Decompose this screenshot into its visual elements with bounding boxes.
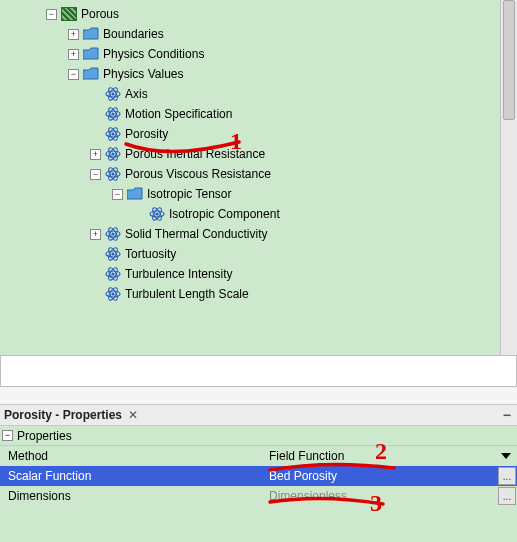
tree-node-tortuosity[interactable]: Tortuosity (0, 244, 517, 264)
properties-panel-header: Porosity - Properties ✕ − (0, 404, 517, 426)
svg-point-7 (111, 112, 114, 115)
expander-plus[interactable]: + (68, 29, 79, 40)
tree-label: Physics Conditions (103, 47, 204, 61)
browse-button[interactable]: ... (498, 487, 516, 505)
expander-plus[interactable]: + (68, 49, 79, 60)
close-icon[interactable]: ✕ (128, 408, 138, 422)
svg-point-11 (111, 132, 114, 135)
physics-icon (105, 286, 121, 302)
physics-icon (105, 106, 121, 122)
expander-minus[interactable]: − (90, 169, 101, 180)
folder-icon (127, 187, 143, 201)
scrollbar-thumb[interactable] (503, 0, 515, 120)
property-key: Dimensions (0, 486, 265, 506)
properties-panel-title: Porosity - Properties (4, 408, 122, 422)
properties-section-header[interactable]: − Properties (0, 426, 517, 446)
property-value-scalar[interactable]: Bed Porosity ... (265, 466, 517, 486)
svg-point-31 (111, 252, 114, 255)
svg-point-15 (111, 152, 114, 155)
folder-icon (83, 67, 99, 81)
physics-icon (105, 86, 121, 102)
panel-gap (0, 387, 517, 404)
property-value-dimensions[interactable]: Dimensionless ... (265, 486, 517, 506)
property-row-method[interactable]: Method Field Function (0, 446, 517, 466)
tree-node-physics-values[interactable]: − Physics Values (0, 64, 517, 84)
tree-label: Isotropic Component (169, 207, 280, 221)
property-value-method[interactable]: Field Function (265, 446, 517, 466)
tree-node-porous[interactable]: − Porous (0, 4, 517, 24)
physics-icon (149, 206, 165, 222)
tree-node-solid-thermal-conductivity[interactable]: + Solid Thermal Conductivity (0, 224, 517, 244)
physics-icon (105, 246, 121, 262)
svg-point-27 (111, 232, 114, 235)
expander-minus[interactable]: − (46, 9, 57, 20)
tree-node-turbulent-length-scale[interactable]: Turbulent Length Scale (0, 284, 517, 304)
tree-label: Tortuosity (125, 247, 176, 261)
tree-label: Turbulent Length Scale (125, 287, 249, 301)
tree-label: Turbulence Intensity (125, 267, 233, 281)
folder-icon (83, 47, 99, 61)
region-icon (61, 7, 77, 21)
tree-label: Solid Thermal Conductivity (125, 227, 268, 241)
tree-node-turbulence-intensity[interactable]: Turbulence Intensity (0, 264, 517, 284)
tree-label: Axis (125, 87, 148, 101)
property-row-dimensions[interactable]: Dimensions Dimensionless ... (0, 486, 517, 506)
section-collapse-icon[interactable]: − (2, 430, 13, 441)
svg-point-23 (155, 212, 158, 215)
properties-empty-area (0, 506, 517, 542)
tree-node-physics-conditions[interactable]: + Physics Conditions (0, 44, 517, 64)
tree-node-isotropic-tensor[interactable]: − Isotropic Tensor (0, 184, 517, 204)
tree-label: Boundaries (103, 27, 164, 41)
tree-label: Physics Values (103, 67, 183, 81)
dropdown-icon[interactable] (501, 453, 511, 459)
vertical-scrollbar[interactable] (500, 0, 517, 355)
svg-point-3 (111, 92, 114, 95)
tree-node-porous-inertial-resistance[interactable]: + Porous Inertial Resistance (0, 144, 517, 164)
browse-button[interactable]: ... (498, 467, 516, 485)
tree-node-boundaries[interactable]: + Boundaries (0, 24, 517, 44)
expander-plus[interactable]: + (90, 149, 101, 160)
physics-icon (105, 266, 121, 282)
property-key: Scalar Function (0, 466, 265, 486)
physics-icon (105, 226, 121, 242)
tree-node-porosity[interactable]: Porosity (0, 124, 517, 144)
physics-icon (105, 126, 121, 142)
expander-minus[interactable]: − (112, 189, 123, 200)
svg-point-19 (111, 172, 114, 175)
properties-body: − Properties Method Field Function Scala… (0, 426, 517, 542)
folder-icon (83, 27, 99, 41)
tree-node-isotropic-component[interactable]: Isotropic Component (0, 204, 517, 224)
tree-label: Porous (81, 7, 119, 21)
tree-label: Isotropic Tensor (147, 187, 232, 201)
tree-label: Motion Specification (125, 107, 232, 121)
object-tree-panel: − Porous + Boundaries + Physics Conditio… (0, 0, 517, 355)
tree-label: Porosity (125, 127, 168, 141)
tree-label: Porous Inertial Resistance (125, 147, 265, 161)
tree-content: − Porous + Boundaries + Physics Conditio… (0, 0, 517, 304)
tree-node-porous-viscous-resistance[interactable]: − Porous Viscous Resistance (0, 164, 517, 184)
expander-minus[interactable]: − (68, 69, 79, 80)
minimize-icon[interactable]: − (503, 407, 511, 423)
svg-point-39 (111, 292, 114, 295)
section-title: Properties (17, 429, 72, 443)
tree-node-motion-specification[interactable]: Motion Specification (0, 104, 517, 124)
physics-icon (105, 146, 121, 162)
tree-label: Porous Viscous Resistance (125, 167, 271, 181)
property-row-scalar-function[interactable]: Scalar Function Bed Porosity ... (0, 466, 517, 486)
description-textarea[interactable] (0, 355, 517, 387)
tree-node-axis[interactable]: Axis (0, 84, 517, 104)
expander-plus[interactable]: + (90, 229, 101, 240)
svg-point-35 (111, 272, 114, 275)
physics-icon (105, 166, 121, 182)
property-key: Method (0, 446, 265, 466)
